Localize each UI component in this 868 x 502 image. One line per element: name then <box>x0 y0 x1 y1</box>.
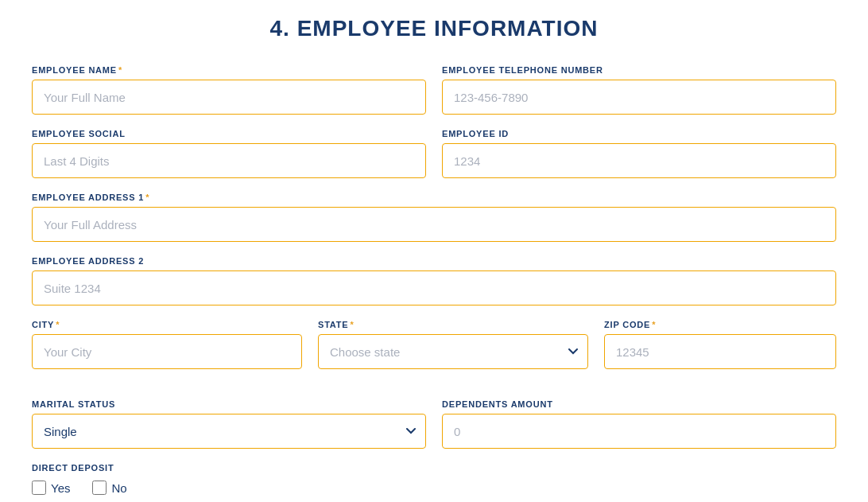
employee-address2-input[interactable] <box>32 270 836 305</box>
employee-address1-label: EMPLOYEE ADDRESS 1* <box>32 193 836 202</box>
employee-social-label: EMPLOYEE SOCIAL <box>32 129 426 138</box>
employee-address1-group: EMPLOYEE ADDRESS 1* <box>32 193 836 242</box>
zip-code-input[interactable] <box>604 334 836 369</box>
marital-status-group: MARITAL STATUS Single Married Divorced W… <box>32 399 426 449</box>
employee-information-form: 4. EMPLOYEE INFORMATION EMPLOYEE NAME* E… <box>32 16 836 500</box>
dependents-amount-input[interactable] <box>442 414 836 449</box>
zip-code-label: ZIP CODE* <box>604 320 836 329</box>
direct-deposit-label: DIRECT DEPOSIT <box>32 463 836 473</box>
employee-id-input[interactable] <box>442 143 836 178</box>
employee-telephone-input[interactable] <box>442 80 836 115</box>
employee-name-label: EMPLOYEE NAME* <box>32 65 426 75</box>
direct-deposit-yes-item[interactable]: Yes <box>32 481 70 495</box>
city-state-zip-row: CITY* STATE* Choose state Alabama Alaska… <box>32 320 836 369</box>
name-telephone-row: EMPLOYEE NAME* EMPLOYEE TELEPHONE NUMBER <box>32 65 836 115</box>
state-select[interactable]: Choose state Alabama Alaska Arizona Cali… <box>318 334 588 369</box>
address2-row: EMPLOYEE ADDRESS 2 <box>32 256 836 305</box>
dependents-amount-label: DEPENDENTS AMOUNT <box>442 399 836 409</box>
direct-deposit-no-item[interactable]: No <box>92 481 126 495</box>
city-input[interactable] <box>32 334 302 369</box>
employee-telephone-group: EMPLOYEE TELEPHONE NUMBER <box>442 65 836 115</box>
employee-social-group: EMPLOYEE SOCIAL <box>32 129 426 178</box>
direct-deposit-yes-label: Yes <box>51 481 70 495</box>
employee-id-group: EMPLOYEE ID <box>442 129 836 178</box>
employee-address2-label: EMPLOYEE ADDRESS 2 <box>32 256 836 266</box>
social-id-row: EMPLOYEE SOCIAL EMPLOYEE ID <box>32 129 836 178</box>
direct-deposit-no-checkbox[interactable] <box>92 481 107 495</box>
page-title: 4. EMPLOYEE INFORMATION <box>32 16 836 41</box>
direct-deposit-options: Yes No <box>32 481 836 500</box>
direct-deposit-row: DIRECT DEPOSIT Yes No <box>32 463 836 500</box>
marital-status-label: MARITAL STATUS <box>32 399 426 409</box>
city-label: CITY* <box>32 320 302 329</box>
address1-row: EMPLOYEE ADDRESS 1* <box>32 193 836 242</box>
employee-address2-group: EMPLOYEE ADDRESS 2 <box>32 256 836 305</box>
direct-deposit-no-label: No <box>111 481 126 495</box>
employee-id-label: EMPLOYEE ID <box>442 129 836 138</box>
employee-name-input[interactable] <box>32 80 426 115</box>
direct-deposit-yes-checkbox[interactable] <box>32 481 46 495</box>
dependents-amount-group: DEPENDENTS AMOUNT <box>442 399 836 449</box>
employee-telephone-label: EMPLOYEE TELEPHONE NUMBER <box>442 65 836 75</box>
employee-address1-input[interactable] <box>32 207 836 242</box>
city-group: CITY* <box>32 320 302 369</box>
state-group: STATE* Choose state Alabama Alaska Arizo… <box>318 320 588 369</box>
marital-dependents-row: MARITAL STATUS Single Married Divorced W… <box>32 399 836 449</box>
employee-social-input[interactable] <box>32 143 426 178</box>
state-label: STATE* <box>318 320 588 329</box>
employee-name-group: EMPLOYEE NAME* <box>32 65 426 115</box>
marital-status-select[interactable]: Single Married Divorced Widowed <box>32 414 426 449</box>
zip-code-group: ZIP CODE* <box>604 320 836 369</box>
direct-deposit-group: DIRECT DEPOSIT Yes No <box>32 463 836 500</box>
